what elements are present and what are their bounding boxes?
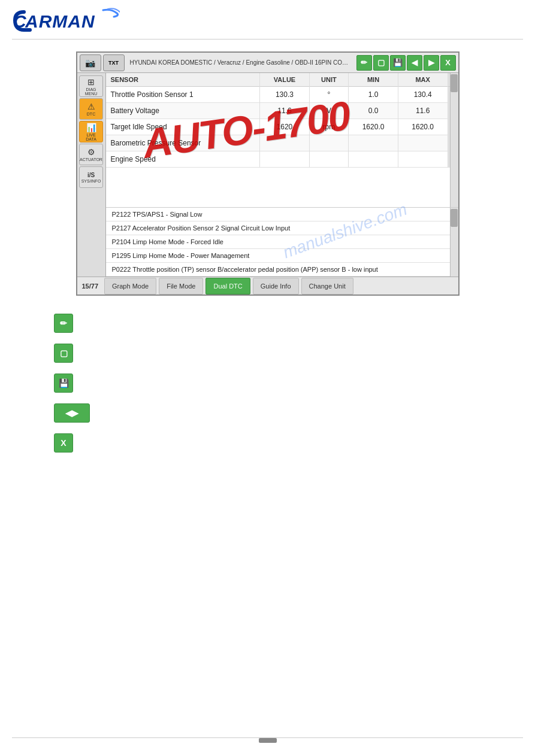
sensor-max: 130.4 (398, 87, 448, 103)
camera-button[interactable]: 📷 (80, 54, 101, 71)
sensor-value (260, 151, 309, 168)
sensor-min: 0.0 (349, 103, 398, 119)
txt-label: TXT (108, 60, 119, 66)
sensor-unit: rpm (309, 119, 349, 135)
sensor-unit: ° (309, 87, 349, 103)
sys-info-icon: i/S (87, 172, 95, 178)
sys-info-label: SYS/INFO (81, 179, 101, 183)
sensor-min (349, 135, 398, 151)
col-unit: UNIT (309, 73, 349, 87)
device-ui-container: 📷 TXT HYUNDAI KOREA DOMESTIC / Veracruz … (76, 51, 460, 296)
tab-guide-info[interactable]: Guide Info (253, 278, 299, 294)
sensor-max: 11.6 (398, 103, 448, 119)
col-min: MIN (349, 73, 398, 87)
tab-change-unit[interactable]: Change Unit (301, 278, 353, 294)
sensor-unit: V (309, 103, 349, 119)
toolbar-actions: ✏ ▢ 💾 ◀ ▶ X (356, 55, 456, 71)
sensor-value: 130.3 (260, 87, 309, 103)
dtc-table: P2122 TPS/APS1 - Signal LowP2127 Acceler… (106, 208, 458, 277)
standalone-nav-buttons[interactable]: ◀▶ (54, 403, 90, 423)
svg-text:C: C (13, 11, 27, 31)
sensor-value (260, 135, 309, 151)
dtc-scrollbar[interactable] (450, 208, 458, 277)
sensor-value: 1620 (260, 119, 309, 135)
txt-button[interactable]: TXT (103, 54, 125, 71)
edit-toolbar-button[interactable]: ✏ (356, 55, 372, 71)
col-sensor: SENSOR (106, 73, 260, 87)
col-value: VALUE (260, 73, 309, 87)
standalone-edit-button[interactable]: ✏ (54, 314, 73, 333)
device-body: ⊞ DIAGMENU ⚠ DTC 📊 LIVEDATA ⚙ ACTUATOR i… (77, 73, 458, 277)
sensor-scroll-thumb (451, 74, 458, 92)
live-data-label: LIVEDATA (86, 133, 96, 141)
sensor-unit (309, 135, 349, 151)
sidebar-item-sys-info[interactable]: i/S SYS/INFO (79, 166, 103, 188)
dtc-item: P0222 Throttle position (TP) sensor B/ac… (106, 263, 458, 277)
tab-bar: 15/77 Graph ModeFile ModeDual DTCGuide I… (77, 277, 458, 294)
dtc-item: P2122 TPS/APS1 - Signal Low (106, 208, 458, 221)
save-toolbar-button[interactable]: 💾 (390, 55, 406, 71)
svg-text:ARMAN: ARMAN (25, 11, 95, 31)
sidebar-item-actuator[interactable]: ⚙ ACTUATOR (79, 144, 103, 165)
icon-buttons-section: ✏ ▢ 💾 ◀▶ X (18, 314, 517, 453)
dtc-row: P2122 TPS/APS1 - Signal Low (106, 208, 458, 221)
screen-toolbar-button[interactable]: ▢ (373, 55, 389, 71)
dtc-row: P2127 Accelerator Position Sensor 2 Sign… (106, 221, 458, 235)
standalone-close-button[interactable]: X (54, 433, 73, 453)
table-row: Engine Speed (106, 151, 458, 168)
dtc-row: P2104 Limp Home Mode - Forced Idle (106, 235, 458, 249)
dtc-row: P0222 Throttle position (TP) sensor B/ac… (106, 263, 458, 277)
sensor-value: 11.6 (260, 103, 309, 119)
close-btn-row: X (54, 433, 517, 453)
table-row: Barometric Pressure Sensor (106, 135, 458, 151)
standalone-save-button[interactable]: 💾 (54, 374, 73, 393)
sidebar-item-live-data[interactable]: 📊 LIVEDATA (79, 121, 103, 142)
dtc-panel: P2122 TPS/APS1 - Signal LowP2127 Acceler… (106, 207, 458, 277)
sensor-min (349, 151, 398, 168)
sensor-min: 1620.0 (349, 119, 398, 135)
sensor-name: Target Idle Speed (106, 119, 260, 135)
dtc-item: P2104 Limp Home Mode - Forced Idle (106, 235, 458, 249)
device-toolbar: 📷 TXT HYUNDAI KOREA DOMESTIC / Veracruz … (77, 53, 458, 73)
prev-toolbar-button[interactable]: ◀ (407, 55, 422, 71)
table-row: Throttle Position Sensor 1 130.3 ° 1.0 1… (106, 87, 458, 103)
standalone-screen-button[interactable]: ▢ (54, 344, 73, 363)
dtc-item: P2127 Accelerator Position Sensor 2 Sign… (106, 221, 458, 235)
carman-logo-svg: ARMAN C (12, 7, 120, 34)
sensor-name: Battery Voltage (106, 103, 260, 119)
table-row: Battery Voltage 11.6 V 0.0 11.6 (106, 103, 458, 119)
tab-buttons: Graph ModeFile ModeDual DTCGuide InfoCha… (103, 277, 355, 295)
sensor-scrollbar[interactable] (450, 73, 458, 207)
dtc-scroll-thumb (451, 209, 458, 227)
tab-file-mode[interactable]: File Mode (159, 278, 203, 294)
bottom-center-mark (259, 738, 277, 743)
dtc-item: P1295 Limp Home Mode - Power Management (106, 249, 458, 263)
sensor-min: 1.0 (349, 87, 398, 103)
live-data-icon: 📊 (86, 123, 96, 132)
logo-area: ARMAN C (0, 0, 535, 39)
actuator-label: ACTUATOR (80, 157, 102, 162)
diag-menu-label: DIAGMENU (85, 87, 98, 96)
actuator-icon: ⚙ (87, 147, 95, 157)
dtc-row: P1295 Limp Home Mode - Power Management (106, 249, 458, 263)
sidebar-item-diag-menu[interactable]: ⊞ DIAGMENU (79, 75, 103, 97)
next-toolbar-button[interactable]: ▶ (424, 55, 439, 71)
sidebar-item-dtc[interactable]: ⚠ DTC (79, 98, 103, 120)
dtc-label: DTC (87, 112, 95, 116)
sensor-unit (309, 151, 349, 168)
sensor-name: Engine Speed (106, 151, 260, 168)
close-toolbar-button[interactable]: X (440, 55, 456, 71)
screen-btn-row: ▢ (54, 344, 517, 363)
sensor-name: Throttle Position Sensor 1 (106, 87, 260, 103)
breadcrumb: HYUNDAI KOREA DOMESTIC / Veracruz / Engi… (126, 59, 355, 66)
nav-btn-row: ◀▶ (54, 403, 517, 423)
edit-btn-row: ✏ (54, 314, 517, 333)
sensor-table: SENSOR VALUE UNIT MIN MAX Throttle Posit… (106, 73, 458, 168)
tab-dual-dtc[interactable]: Dual DTC (205, 278, 250, 294)
sensor-max: 1620.0 (398, 119, 448, 135)
save-btn-row: 💾 (54, 374, 517, 393)
data-panel: SENSOR VALUE UNIT MIN MAX Throttle Posit… (106, 73, 458, 277)
page-number: 15/77 (77, 283, 104, 290)
tab-graph-mode[interactable]: Graph Mode (104, 278, 156, 294)
sensor-name: Barometric Pressure Sensor (106, 135, 260, 151)
